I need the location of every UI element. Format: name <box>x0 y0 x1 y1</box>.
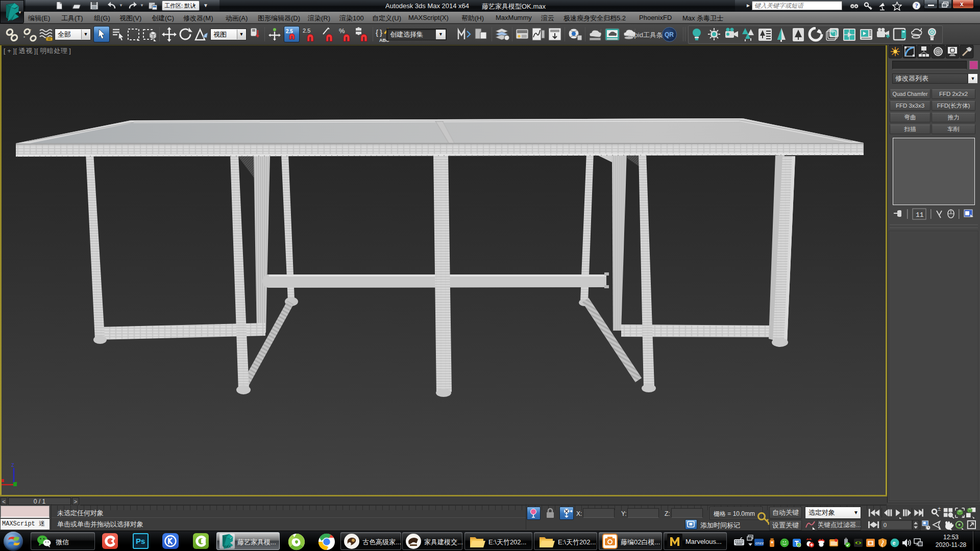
svg-text:2.5: 2.5 <box>286 29 293 34</box>
svg-text:0: 0 <box>884 522 887 528</box>
svg-text:{ }: { } <box>376 28 382 37</box>
svg-text:*: * <box>30 28 32 33</box>
svg-text:?: ? <box>915 2 918 9</box>
svg-text:11: 11 <box>916 211 924 219</box>
svg-text:2.5: 2.5 <box>303 28 310 34</box>
svg-text:*: * <box>23 35 26 40</box>
svg-text:z: z <box>11 461 14 468</box>
svg-text:cnzz: cnzz <box>755 541 764 545</box>
svg-text:MAX: MAX <box>224 545 231 548</box>
svg-text:±: ± <box>938 507 941 512</box>
svg-text:e: e <box>893 540 896 546</box>
svg-text:%: % <box>339 27 345 35</box>
